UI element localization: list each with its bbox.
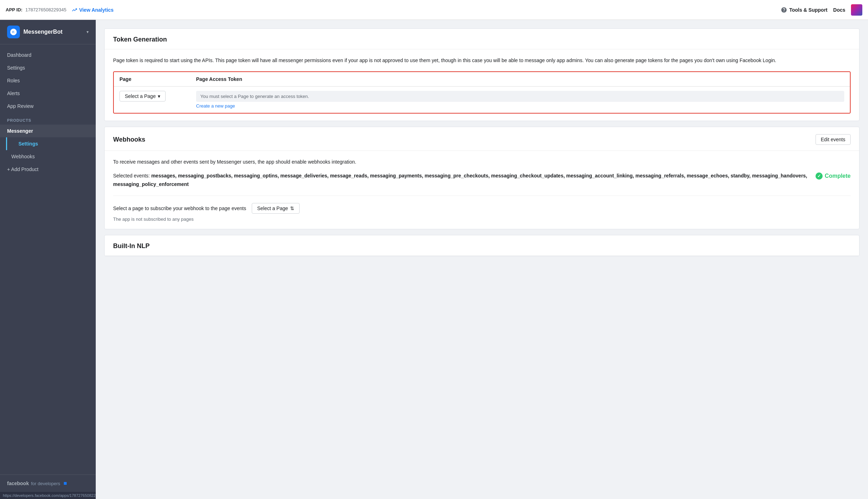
token-generation-description: Page token is required to start using th…	[113, 56, 851, 64]
sidebar-logo: MessengerBot ▾	[0, 20, 96, 44]
complete-label: Complete	[825, 173, 851, 179]
token-column-header: Page Access Token	[196, 76, 844, 82]
selected-events-prefix: Selected events:	[113, 173, 151, 179]
top-header: APP ID: 1787276508229345 View Analytics …	[0, 0, 868, 20]
sidebar-logo-text: MessengerBot	[23, 29, 62, 35]
sidebar-item-messenger-settings[interactable]: Settings	[6, 137, 96, 150]
webhooks-body: To receive messages and other events sen…	[105, 151, 859, 229]
products-section-label: PRODUCTS	[0, 113, 96, 125]
status-bar-url: https://developers.facebook.com/apps/178…	[3, 493, 96, 498]
sidebar-nav: Dashboard Settings Roles Alerts App Revi…	[0, 44, 96, 180]
token-generation-title: Token Generation	[113, 36, 851, 43]
edit-events-button[interactable]: Edit events	[816, 134, 851, 145]
sidebar-item-webhooks[interactable]: Webhooks	[0, 150, 96, 163]
page-column-header: Page	[119, 76, 190, 82]
logo-icon	[7, 26, 20, 38]
selected-events-list: messages, messaging_postbacks, messaging…	[113, 173, 807, 187]
webhooks-intro-text: To receive messages and other events sen…	[113, 158, 851, 166]
fb-dev-icon	[64, 482, 67, 485]
webhooks-card: Webhooks Edit events To receive messages…	[104, 127, 859, 229]
token-table-header: Page Page Access Token	[114, 72, 850, 87]
select-page-subscribe-chevron-icon: ⇅	[290, 205, 294, 211]
select-page-subscribe-button[interactable]: Select a Page ⇅	[252, 203, 300, 214]
sidebar-item-app-review[interactable]: App Review	[0, 100, 96, 113]
webhooks-header: Webhooks Edit events	[105, 127, 859, 151]
page-cell: Select a Page ▾	[119, 91, 190, 102]
status-bar: https://developers.facebook.com/apps/178…	[0, 492, 96, 499]
subscribe-section: Select a page to subscribe your webhook …	[113, 196, 851, 222]
token-table-row: Select a Page ▾ You must select a Page t…	[114, 87, 850, 113]
docs-link[interactable]: Docs	[833, 7, 845, 13]
subscribe-row: Select a page to subscribe your webhook …	[113, 203, 851, 214]
create-new-page-link[interactable]: Create a new page	[196, 103, 235, 109]
main-content: Token Generation Page token is required …	[96, 20, 868, 499]
access-token-placeholder: You must select a Page to generate an ac…	[196, 91, 844, 102]
main-layout: MessengerBot ▾ Dashboard Settings Roles …	[0, 20, 868, 499]
selected-events-text: Selected events: messages, messaging_pos…	[113, 172, 810, 189]
webhooks-events-row: Selected events: messages, messaging_pos…	[113, 172, 851, 189]
select-page-subscribe-label: Select a Page	[257, 205, 288, 211]
sidebar-footer: facebook for developers	[0, 475, 96, 492]
select-page-chevron-icon: ▾	[158, 93, 160, 99]
subscribe-note: The app is not subscribed to any pages	[113, 216, 851, 222]
sidebar-item-settings[interactable]: Settings	[0, 61, 96, 74]
sidebar-item-alerts[interactable]: Alerts	[0, 87, 96, 100]
view-analytics-button[interactable]: View Analytics	[69, 6, 116, 14]
app-id-value: 1787276508229345	[25, 7, 66, 12]
sidebar-chevron-icon: ▾	[87, 29, 89, 34]
sidebar-item-dashboard[interactable]: Dashboard	[0, 49, 96, 61]
token-generation-body: Page token is required to start using th…	[105, 49, 859, 121]
app-id-section: APP ID: 1787276508229345 View Analytics	[6, 6, 775, 14]
tools-support-button[interactable]: Tools & Support	[781, 7, 828, 13]
sidebar-item-messenger[interactable]: Messenger	[0, 125, 96, 137]
token-generation-card: Token Generation Page token is required …	[104, 28, 859, 121]
sidebar: MessengerBot ▾ Dashboard Settings Roles …	[0, 20, 96, 499]
edit-events-label: Edit events	[821, 137, 845, 142]
user-avatar[interactable]	[851, 4, 862, 16]
header-right: Tools & Support Docs	[781, 4, 862, 16]
app-id-label: APP ID:	[6, 7, 22, 12]
token-generation-header: Token Generation	[105, 29, 859, 49]
select-page-button[interactable]: Select a Page ▾	[119, 91, 166, 102]
nlp-title: Built-In NLP	[113, 242, 851, 250]
subscribe-text: Select a page to subscribe your webhook …	[113, 205, 246, 211]
token-table: Page Page Access Token Select a Page ▾ Y…	[113, 71, 851, 114]
token-cell: You must select a Page to generate an ac…	[196, 91, 844, 109]
facebook-for-devs-label: facebook for developers	[7, 481, 89, 486]
tools-support-label: Tools & Support	[789, 7, 828, 13]
select-page-label: Select a Page	[125, 93, 156, 99]
complete-badge: ✓ Complete	[816, 172, 851, 180]
nlp-card: Built-In NLP	[104, 235, 859, 256]
sidebar-item-add-product[interactable]: + Add Product	[0, 163, 96, 176]
view-analytics-label: View Analytics	[79, 7, 113, 13]
nlp-header: Built-In NLP	[105, 235, 859, 256]
webhooks-title: Webhooks	[113, 136, 145, 143]
check-circle-icon: ✓	[816, 172, 823, 180]
sidebar-item-roles[interactable]: Roles	[0, 74, 96, 87]
facebook-logo-text: facebook	[7, 481, 29, 486]
